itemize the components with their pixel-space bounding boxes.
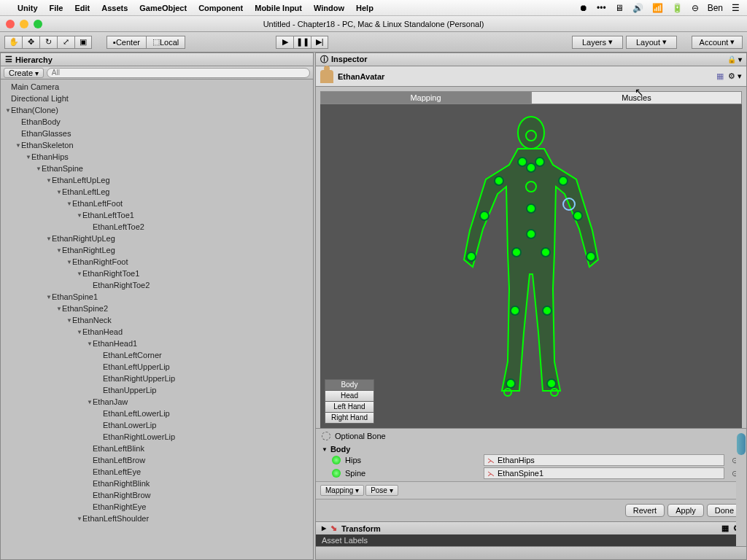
pivot-local-button[interactable]: ⬚ Local xyxy=(146,36,185,49)
hierarchy-search-input[interactable] xyxy=(47,68,310,78)
menu-unity[interactable]: Unity xyxy=(18,4,38,12)
expand-arrow-icon[interactable]: ▼ xyxy=(5,107,11,114)
expand-arrow-icon[interactable]: ▼ xyxy=(46,294,52,300)
humanoid-body-view[interactable]: BodyHeadLeft HandRight Hand xyxy=(320,104,742,428)
menu-edit[interactable]: Edit xyxy=(74,4,90,12)
gear-icon[interactable]: ⚙ ▾ xyxy=(728,71,742,81)
volume-icon[interactable]: 🔊 xyxy=(632,3,643,13)
expand-arrow-icon[interactable]: ▼ xyxy=(77,212,82,219)
hierarchy-item[interactable]: ▼EthanHead1 xyxy=(1,338,313,349)
view-left-hand-button[interactable]: Left Hand xyxy=(325,401,374,413)
minimize-icon[interactable] xyxy=(20,20,28,28)
clock-icon[interactable]: ⊖ xyxy=(692,3,699,13)
wifi-icon[interactable]: 📶 xyxy=(652,3,663,13)
hierarchy-item[interactable]: EthanLeftEye xyxy=(1,466,313,478)
hierarchy-item[interactable]: EthanRightLowerLip xyxy=(1,431,313,443)
revert-button[interactable]: Revert xyxy=(625,504,665,517)
expand-arrow-icon[interactable]: ▼ xyxy=(77,271,82,277)
step-button[interactable]: ▶| xyxy=(311,36,328,49)
hierarchy-item[interactable]: ▼EthanRightUpLeg xyxy=(1,233,313,244)
hierarchy-item[interactable]: EthanRightBlink xyxy=(1,478,313,489)
hierarchy-item[interactable]: ▼EthanLeftFoot xyxy=(1,198,313,209)
scale-tool-button[interactable]: ⤢ xyxy=(57,36,74,49)
close-icon[interactable] xyxy=(6,20,15,28)
hierarchy-item[interactable]: EthanRightToe2 xyxy=(1,279,313,291)
menu-file[interactable]: File xyxy=(50,4,63,12)
hierarchy-tree[interactable]: Main CameraDirectional Light▼Ethan(Clone… xyxy=(1,79,313,559)
hierarchy-item[interactable]: EthanLeftBlink xyxy=(1,443,313,454)
maximize-icon[interactable] xyxy=(34,20,42,28)
menu-mobile-input[interactable]: Mobile Input xyxy=(255,4,302,12)
lock-icon[interactable]: 🔒 ▾ xyxy=(727,55,742,63)
hierarchy-item[interactable]: EthanGlasses xyxy=(1,128,313,139)
expand-arrow-icon[interactable]: ▼ xyxy=(15,142,21,149)
expand-arrow-icon[interactable]: ▼ xyxy=(56,247,62,254)
hierarchy-item[interactable]: EthanRightEye xyxy=(1,501,313,513)
body-section-header[interactable]: ▼Body xyxy=(322,445,740,454)
layout-dropdown[interactable]: Layout ▾ xyxy=(626,36,677,49)
menu-help[interactable]: Help xyxy=(356,4,374,12)
apply-button[interactable]: Apply xyxy=(667,504,704,517)
expand-arrow-icon[interactable]: ▼ xyxy=(26,154,31,160)
menu-assets[interactable]: Assets xyxy=(101,4,128,12)
pose-dropdown[interactable]: Pose ▾ xyxy=(365,485,398,496)
bone-field[interactable]: ⋋EthanSpine1 xyxy=(484,467,724,479)
move-tool-button[interactable]: ✥ xyxy=(22,36,39,49)
user-name[interactable]: Ben xyxy=(708,3,723,13)
transform-header[interactable]: ▶ ⬊ Transform ▦ ⚙ xyxy=(316,521,746,534)
hierarchy-item[interactable]: EthanLeftUpperLip xyxy=(1,361,313,373)
traffic-lights[interactable] xyxy=(6,20,42,28)
hierarchy-item[interactable]: ▼Ethan(Clone) xyxy=(1,104,313,116)
hierarchy-item[interactable]: EthanLeftCorner xyxy=(1,349,313,361)
help-icon[interactable]: ▦ xyxy=(721,524,729,533)
menu-icon[interactable]: ••• xyxy=(597,3,606,13)
expand-arrow-icon[interactable]: ▼ xyxy=(66,317,72,324)
hierarchy-item[interactable]: Directional Light xyxy=(1,93,313,104)
expand-arrow-icon[interactable]: ▼ xyxy=(36,166,42,172)
hand-tool-button[interactable]: ✋ xyxy=(4,36,22,49)
display-icon[interactable]: 🖥 xyxy=(615,3,624,13)
scrollbar[interactable] xyxy=(736,429,746,546)
expand-arrow-icon[interactable]: ▼ xyxy=(46,177,52,184)
hierarchy-item[interactable]: ▼EthanSpine xyxy=(1,163,313,174)
expand-arrow-icon[interactable]: ▼ xyxy=(66,259,72,265)
hierarchy-tab[interactable]: ☰ Hierarchy xyxy=(1,53,313,66)
menu-gameobject[interactable]: GameObject xyxy=(139,4,187,12)
hierarchy-item[interactable]: ▼EthanRightFoot xyxy=(1,256,313,268)
hierarchy-item[interactable]: ▼EthanHips xyxy=(1,151,313,163)
layers-dropdown[interactable]: Layers ▾ xyxy=(572,36,623,49)
hierarchy-item[interactable]: ▼EthanSpine2 xyxy=(1,303,313,314)
rotate-tool-button[interactable]: ↻ xyxy=(39,36,57,49)
inspector-tab[interactable]: ⓘInspector 🔒 ▾ xyxy=(316,53,746,66)
hierarchy-item[interactable]: ▼EthanLeftToe1 xyxy=(1,209,313,221)
prefab-icon[interactable]: ▦ xyxy=(716,71,724,81)
expand-arrow-icon[interactable]: ▼ xyxy=(77,329,82,335)
asset-labels-bar[interactable]: Asset Labels ● xyxy=(316,534,746,546)
camera-icon[interactable]: ⏺ xyxy=(579,3,588,13)
mapping-dropdown[interactable]: Mapping ▾ xyxy=(320,485,364,496)
create-dropdown[interactable]: Create ▾ xyxy=(4,68,44,78)
hierarchy-item[interactable]: EthanLeftLowerLip xyxy=(1,408,313,419)
expand-arrow-icon[interactable]: ▼ xyxy=(46,236,52,242)
expand-arrow-icon[interactable]: ▼ xyxy=(77,516,82,522)
mapping-tab[interactable]: Mapping xyxy=(320,91,531,104)
expand-arrow-icon[interactable]: ▼ xyxy=(87,341,93,347)
expand-arrow-icon[interactable]: ▼ xyxy=(87,399,93,405)
battery-icon[interactable]: 🔋 xyxy=(672,3,683,13)
pivot-center-button[interactable]: ▪ Center xyxy=(107,36,146,49)
menu-component[interactable]: Component xyxy=(198,4,243,12)
hierarchy-item[interactable]: EthanBody xyxy=(1,116,313,128)
view-right-hand-button[interactable]: Right Hand xyxy=(325,412,374,424)
hierarchy-item[interactable]: ▼EthanSkeleton xyxy=(1,139,313,151)
hierarchy-item[interactable]: ▼EthanNeck xyxy=(1,314,313,326)
expand-arrow-icon[interactable]: ▼ xyxy=(66,201,72,207)
expand-arrow-icon[interactable]: ▼ xyxy=(56,189,62,195)
hierarchy-item[interactable]: EthanRightUpperLip xyxy=(1,373,313,384)
hierarchy-item[interactable]: EthanLeftBrow xyxy=(1,454,313,466)
view-body-button[interactable]: Body xyxy=(325,379,374,391)
spotlight-icon[interactable]: ☰ xyxy=(732,3,740,13)
account-dropdown[interactable]: Account ▾ xyxy=(692,36,743,49)
hierarchy-item[interactable]: EthanLeftToe2 xyxy=(1,221,313,233)
menu-window[interactable]: Window xyxy=(314,4,344,12)
rect-tool-button[interactable]: ▣ xyxy=(74,36,92,49)
